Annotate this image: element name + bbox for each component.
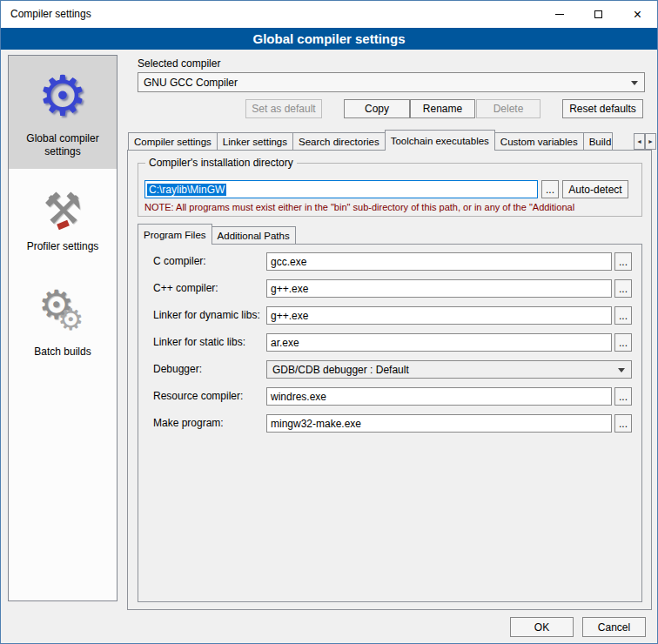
- dynamic-linker-label: Linker for dynamic libs:: [153, 309, 260, 321]
- make-program-label: Make program:: [153, 417, 224, 429]
- c-compiler-value: gcc.exe: [271, 256, 306, 268]
- program-files-tab-bar: Program Files Additional Paths: [138, 225, 296, 244]
- gear-glyph-small: ⚙: [57, 302, 84, 337]
- cpp-compiler-label: C++ compiler:: [153, 282, 218, 294]
- static-linker-label: Linker for static libs:: [153, 336, 245, 348]
- resource-compiler-input[interactable]: windres.exe: [266, 387, 612, 406]
- set-as-default-button[interactable]: Set as default: [245, 99, 322, 118]
- tab-scroll-left-button[interactable]: ◄: [634, 133, 645, 150]
- dynamic-linker-value: g++.exe: [271, 310, 308, 322]
- window-title: Compiler settings: [10, 1, 91, 28]
- installation-directory-group-label: Compiler's installation directory: [145, 157, 297, 169]
- delete-label: Delete: [494, 103, 524, 115]
- static-linker-value: ar.exe: [271, 337, 299, 349]
- sidebar-item-label: Batch builds: [34, 345, 91, 359]
- sidebar-item-profiler-settings[interactable]: ⚒ Profiler settings: [9, 169, 117, 264]
- browse-ellipsis-label: ...: [619, 310, 628, 322]
- tab-toolchain-executables[interactable]: Toolchain executables: [385, 130, 495, 151]
- gear-icon: ⚙: [37, 64, 87, 127]
- arrow-left-icon: ◄: [636, 138, 642, 144]
- ok-button[interactable]: OK: [510, 617, 574, 637]
- cpp-compiler-input[interactable]: g++.exe: [266, 279, 612, 298]
- make-program-value: mingw32-make.exe: [271, 418, 361, 430]
- tab-linker-settings[interactable]: Linker settings: [217, 132, 293, 150]
- maximize-icon: [594, 10, 602, 18]
- browse-ellipsis-label: ...: [619, 418, 628, 430]
- debugger-value: GDB/CDB debugger : Default: [272, 364, 409, 376]
- selected-compiler-value: GNU GCC Compiler: [144, 77, 238, 89]
- install-dir-selected-text: C:\raylib\MinGW: [147, 184, 226, 196]
- chevron-down-icon: [618, 368, 625, 372]
- ok-label: OK: [534, 621, 549, 634]
- dynamic-linker-input[interactable]: g++.exe: [266, 306, 612, 325]
- rename-button[interactable]: Rename: [410, 99, 475, 118]
- subtab-additional-paths[interactable]: Additional Paths: [212, 226, 296, 244]
- static-linker-input[interactable]: ar.exe: [266, 333, 612, 352]
- rename-label: Rename: [423, 103, 462, 115]
- browse-ellipsis-label: ...: [619, 391, 628, 403]
- debugger-label: Debugger:: [153, 363, 202, 375]
- close-icon: ×: [634, 8, 641, 22]
- static-linker-browse-button[interactable]: ...: [614, 333, 632, 352]
- reset-defaults-label: Reset defaults: [569, 103, 636, 115]
- browse-ellipsis-label: ...: [619, 283, 628, 295]
- maximize-button[interactable]: [579, 1, 618, 28]
- c-compiler-label: C compiler:: [153, 255, 206, 267]
- bin-subdirectory-note: NOTE: All programs must exist either in …: [144, 202, 641, 212]
- copy-label: Copy: [365, 103, 389, 115]
- title-bar: Compiler settings ×: [1, 1, 657, 28]
- subtab-program-files[interactable]: Program Files: [138, 224, 212, 245]
- main-tab-bar: Compiler settings Linker settings Search…: [128, 131, 613, 150]
- sidebar-item-global-compiler-settings[interactable]: ⚙ Global compiler settings: [9, 56, 117, 169]
- minimize-button[interactable]: [540, 1, 579, 28]
- cancel-button[interactable]: Cancel: [582, 617, 646, 637]
- arrow-right-icon: ►: [648, 138, 654, 144]
- sidebar-item-batch-builds[interactable]: ⚙ ⚙ Batch builds: [9, 264, 117, 369]
- cpp-compiler-value: g++.exe: [271, 283, 308, 295]
- debugger-combobox[interactable]: GDB/CDB debugger : Default: [266, 360, 632, 379]
- dialog-header-title: Global compiler settings: [252, 31, 405, 46]
- sidebar-item-label: Profiler settings: [27, 240, 99, 253]
- compiler-settings-window: Compiler settings × Global compiler sett…: [0, 0, 658, 644]
- reset-defaults-button[interactable]: Reset defaults: [562, 99, 643, 118]
- resource-compiler-value: windres.exe: [271, 391, 326, 403]
- auto-detect-label: Auto-detect: [568, 184, 621, 196]
- resource-compiler-browse-button[interactable]: ...: [614, 387, 632, 406]
- set-as-default-label: Set as default: [252, 103, 315, 115]
- minimize-icon: [555, 14, 564, 15]
- cancel-label: Cancel: [598, 621, 630, 634]
- chevron-down-icon: [631, 81, 638, 85]
- browse-ellipsis-label: ...: [619, 256, 628, 268]
- dialog-header: Global compiler settings: [1, 28, 657, 50]
- tab-scroll-right-button[interactable]: ►: [645, 133, 656, 150]
- tab-search-directories[interactable]: Search directories: [292, 132, 386, 150]
- auto-detect-button[interactable]: Auto-detect: [562, 180, 628, 198]
- tab-build-options[interactable]: Build: [583, 132, 613, 150]
- delete-button[interactable]: Delete: [476, 99, 540, 118]
- make-program-browse-button[interactable]: ...: [614, 414, 632, 433]
- install-dir-browse-button[interactable]: ...: [541, 180, 559, 198]
- selected-compiler-combobox[interactable]: GNU GCC Compiler: [138, 72, 645, 92]
- stacked-gears-icon: ⚙ ⚙: [35, 286, 91, 340]
- install-dir-input[interactable]: C:\raylib\MinGW: [144, 180, 538, 198]
- c-compiler-browse-button[interactable]: ...: [614, 252, 632, 271]
- selected-compiler-label: Selected compiler: [138, 57, 220, 70]
- resource-compiler-label: Resource compiler:: [153, 390, 243, 402]
- settings-category-list: ⚙ Global compiler settings ⚒ Profiler se…: [8, 55, 118, 601]
- browse-ellipsis-label: ...: [619, 337, 628, 349]
- close-button[interactable]: ×: [618, 1, 657, 28]
- sidebar-item-label: Global compiler settings: [12, 132, 113, 158]
- tab-compiler-settings[interactable]: Compiler settings: [128, 132, 218, 150]
- tab-custom-variables[interactable]: Custom variables: [494, 132, 584, 150]
- profiler-tools-icon: ⚒: [44, 183, 83, 235]
- c-compiler-input[interactable]: gcc.exe: [266, 252, 612, 271]
- make-program-input[interactable]: mingw32-make.exe: [266, 414, 612, 433]
- cpp-compiler-browse-button[interactable]: ...: [614, 279, 632, 298]
- dynamic-linker-browse-button[interactable]: ...: [614, 306, 632, 325]
- gear-glyph: ⚙: [37, 64, 87, 127]
- copy-button[interactable]: Copy: [344, 99, 410, 118]
- browse-ellipsis-label: ...: [546, 184, 554, 196]
